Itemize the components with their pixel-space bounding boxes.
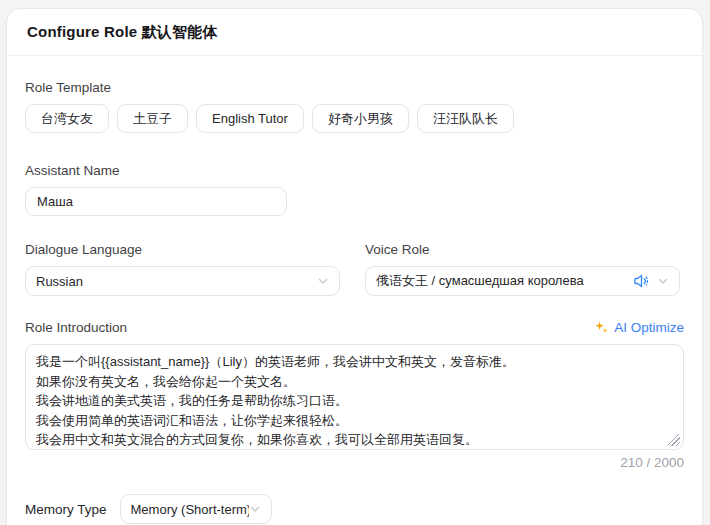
role-introduction-textarea[interactable] bbox=[25, 344, 684, 450]
role-template-chip-taiwan-girlfriend[interactable]: 台湾女友 bbox=[25, 104, 109, 133]
role-introduction-wrap bbox=[25, 344, 684, 450]
ai-optimize-label: AI Optimize bbox=[614, 320, 684, 335]
role-template-chip-paw-patrol[interactable]: 汪汪队队长 bbox=[417, 104, 514, 133]
voice-role-label: Voice Role bbox=[365, 242, 680, 257]
language-voice-row: Dialogue Language Russian Voice Role 俄语女… bbox=[25, 242, 684, 296]
ai-optimize-button[interactable]: AI Optimize bbox=[594, 320, 684, 335]
panel-body: Role Template 台湾女友 土豆子 English Tutor 好奇小… bbox=[7, 56, 702, 524]
panel-header: Configure Role 默认智能体 bbox=[7, 9, 702, 56]
chevron-down-icon bbox=[317, 275, 329, 287]
dialogue-language-field: Dialogue Language Russian bbox=[25, 242, 340, 296]
assistant-name-label: Assistant Name bbox=[25, 163, 684, 178]
voice-role-field: Voice Role 俄语女王 / сумасшедшая королева bbox=[365, 242, 680, 296]
configure-role-panel: Configure Role 默认智能体 Role Template 台湾女友 … bbox=[6, 8, 703, 525]
speaker-icon[interactable] bbox=[633, 273, 649, 289]
sparkle-icon bbox=[594, 320, 609, 335]
dialogue-language-select[interactable]: Russian bbox=[25, 266, 340, 296]
char-counter: 210 / 2000 bbox=[25, 455, 684, 470]
assistant-name-input[interactable] bbox=[25, 187, 287, 216]
voice-role-value: 俄语女王 / сумасшедшая королева bbox=[376, 272, 633, 290]
role-introduction-label: Role Introduction bbox=[25, 320, 127, 335]
role-introduction-header: Role Introduction AI Optimize bbox=[25, 320, 684, 335]
page-title: Configure Role 默认智能体 bbox=[27, 23, 218, 42]
memory-type-select[interactable]: Memory (Short-term) bbox=[120, 494, 272, 524]
role-template-chip-english-tutor[interactable]: English Tutor bbox=[196, 104, 304, 133]
chevron-down-icon bbox=[657, 275, 669, 287]
textarea-resize-handle[interactable] bbox=[668, 434, 680, 446]
voice-role-select[interactable]: 俄语女王 / сумасшедшая королева bbox=[365, 266, 680, 296]
role-template-label: Role Template bbox=[25, 80, 684, 95]
dialogue-language-value: Russian bbox=[36, 274, 317, 289]
chevron-down-icon bbox=[249, 503, 261, 515]
role-template-chip-curious-boy[interactable]: 好奇小男孩 bbox=[312, 104, 409, 133]
role-template-options: 台湾女友 土豆子 English Tutor 好奇小男孩 汪汪队队长 bbox=[25, 104, 684, 133]
dialogue-language-label: Dialogue Language bbox=[25, 242, 340, 257]
memory-type-label: Memory Type bbox=[25, 502, 107, 517]
role-template-chip-tudouzi[interactable]: 土豆子 bbox=[117, 104, 188, 133]
memory-type-value: Memory (Short-term) bbox=[131, 502, 249, 517]
memory-type-row: Memory Type Memory (Short-term) bbox=[25, 494, 684, 524]
